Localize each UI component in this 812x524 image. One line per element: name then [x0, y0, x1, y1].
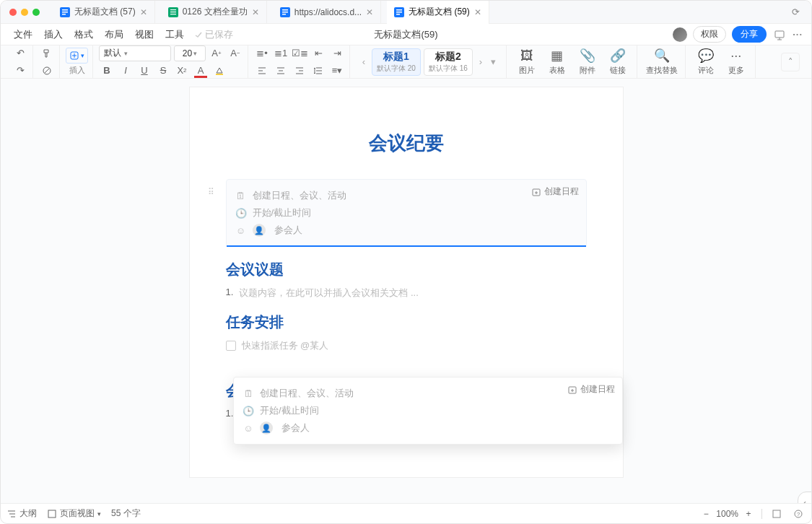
insert-image-button[interactable]: 🖼图片 — [512, 48, 541, 76]
style-heading2[interactable]: 标题2 默认字体 16 — [424, 48, 473, 76]
undo-button[interactable]: ↶ — [12, 45, 28, 61]
insert-link-button[interactable]: 🔗链接 — [603, 48, 632, 76]
menu-insert[interactable]: 插入 — [40, 27, 67, 43]
create-schedule-button[interactable]: 创建日程 — [567, 383, 615, 396]
style-title: 标题1 — [377, 51, 416, 64]
floating-meeting-card[interactable]: 创建日程 🗓创建日程、会议、活动 🕒开始/截止时间 ☺👤参会人 — [233, 377, 623, 445]
font-size-select[interactable]: 20 ▾ — [174, 45, 206, 61]
menu-layout[interactable]: 布局 — [100, 27, 128, 43]
chevron-down-icon: ▾ — [193, 50, 197, 57]
card-text[interactable]: 创建日程、会议、活动 — [253, 189, 346, 202]
card-text[interactable]: 创建日程、会议、活动 — [260, 387, 354, 400]
word-count[interactable]: 55 个字 — [111, 507, 141, 520]
tab-sheet-0126[interactable]: 0126 文档全量功 ✕ — [161, 1, 267, 24]
agenda-item[interactable]: 1. 议题内容，在此可以并插入会议相关文档 ... — [226, 287, 587, 300]
menu-format[interactable]: 格式 — [70, 27, 97, 43]
svg-rect-14 — [396, 12, 402, 13]
zoom-out-button[interactable]: − — [700, 508, 712, 520]
card-text[interactable]: 参会人 — [281, 422, 310, 435]
font-select[interactable]: 默认 ▾ — [99, 45, 171, 61]
paragraph-spacing-button[interactable]: ≡▾ — [329, 63, 345, 79]
indent-increase-button[interactable]: ⇥ — [329, 45, 345, 61]
insert-attachment-button[interactable]: 📎附件 — [573, 48, 602, 76]
avatar[interactable] — [673, 27, 687, 42]
menu-view[interactable]: 视图 — [131, 27, 158, 43]
checklist-button[interactable]: ☑≣ — [292, 45, 307, 61]
menu-file[interactable]: 文件 — [9, 27, 37, 43]
agenda-placeholder[interactable]: 议题内容，在此可以并插入会议相关文档 ... — [239, 287, 418, 300]
decrease-font-button[interactable]: A− — [227, 45, 243, 61]
outline-toggle[interactable]: 大纲 — [6, 507, 37, 520]
align-left-button[interactable] — [254, 63, 270, 79]
heading-agenda[interactable]: 会议议题 — [226, 260, 587, 279]
align-right-button[interactable] — [292, 63, 307, 79]
more-tools-button[interactable]: ···更多 — [722, 48, 751, 76]
scroll-left-button[interactable]: ‹ — [359, 49, 369, 75]
scroll-right-button[interactable]: › — [476, 49, 486, 75]
indent-decrease-button[interactable]: ⇤ — [310, 45, 326, 61]
fullscreen-icon[interactable] — [769, 507, 784, 521]
close-window-button[interactable] — [9, 9, 17, 16]
help-icon[interactable]: ? — [791, 507, 806, 521]
tab-label: https://alidocs.d... — [294, 7, 362, 17]
card-text[interactable]: 参会人 — [274, 224, 302, 237]
italic-button[interactable]: I — [118, 63, 134, 79]
drag-handle-icon[interactable]: ⠿ — [208, 187, 214, 197]
permission-button[interactable]: 权限 — [693, 26, 726, 43]
increase-font-button[interactable]: A+ — [209, 45, 224, 61]
align-center-button[interactable] — [273, 63, 289, 79]
collapse-toolbar-button[interactable]: ˄ — [781, 53, 800, 71]
present-icon[interactable] — [772, 27, 787, 42]
redo-button[interactable]: ↷ — [12, 63, 28, 79]
task-placeholder[interactable]: 快速指派任务 @某人 — [242, 339, 329, 352]
comment-button[interactable]: 💬评论 — [691, 48, 720, 76]
close-tab-icon[interactable]: ✕ — [474, 7, 481, 17]
tab-doc-57[interactable]: 无标题文档 (57) ✕ — [53, 1, 155, 24]
underline-button[interactable]: U — [136, 63, 152, 79]
image-icon: 🖼 — [520, 48, 533, 64]
create-schedule-button[interactable]: 创建日程 — [531, 185, 579, 198]
find-replace-button[interactable]: 🔍查找替换 — [643, 48, 681, 76]
format-painter-icon[interactable] — [39, 45, 55, 61]
checkbox[interactable] — [226, 341, 236, 351]
document-title[interactable]: 无标题文档(59) — [374, 28, 437, 41]
more-menu[interactable]: ··· — [793, 29, 803, 40]
close-tab-icon[interactable]: ✕ — [366, 7, 373, 17]
font-color-button[interactable]: A — [193, 63, 209, 79]
line-spacing-button[interactable] — [310, 63, 326, 79]
card-text[interactable]: 开始/截止时间 — [253, 206, 312, 219]
tab-doc-59[interactable]: 无标题文档 (59) ✕ — [387, 1, 489, 24]
zoom-in-button[interactable]: + — [743, 508, 754, 520]
numbered-list-button[interactable]: ≣1 — [273, 45, 289, 61]
meeting-card[interactable]: ⠿ 创建日程 🗓创建日程、会议、活动 🕒开始/截止时间 ☺👤参会人 — [226, 179, 587, 247]
card-text[interactable]: 开始/截止时间 — [260, 404, 319, 417]
close-tab-icon[interactable]: ✕ — [140, 7, 147, 17]
doc-title[interactable]: 会议纪要 — [226, 131, 587, 156]
highlight-color-button[interactable] — [211, 63, 227, 79]
style-sub: 默认字体 16 — [429, 64, 468, 74]
insert-dropdown[interactable]: ▾ — [66, 48, 88, 64]
superscript-button[interactable]: X2 — [174, 63, 190, 79]
minimize-window-button[interactable] — [21, 9, 28, 16]
style-expand-button[interactable]: ▾ — [489, 49, 499, 75]
bulleted-list-button[interactable]: ≣• — [254, 45, 270, 61]
style-heading1[interactable]: 标题1 默认字体 20 — [372, 48, 421, 76]
page-view-toggle[interactable]: 页面视图▾ — [47, 507, 101, 520]
close-tab-icon[interactable]: ✕ — [252, 7, 259, 17]
strike-button[interactable]: S — [155, 63, 171, 79]
share-button[interactable]: 分享 — [732, 26, 767, 43]
tab-label: 无标题文档 (57) — [74, 6, 136, 18]
reload-icon[interactable]: ⟳ — [788, 5, 803, 19]
clear-format-icon[interactable] — [39, 63, 55, 79]
insert-table-button[interactable]: ▦表格 — [543, 48, 572, 76]
cloud-check-icon — [194, 30, 203, 39]
menu-tools[interactable]: 工具 — [161, 27, 188, 43]
heading-tasks[interactable]: 任务安排 — [226, 313, 587, 332]
create-schedule-label: 创建日程 — [580, 383, 615, 396]
bold-button[interactable]: B — [99, 63, 115, 79]
side-panel-toggle[interactable]: ‹ — [798, 492, 811, 503]
maximize-window-button[interactable] — [32, 9, 40, 16]
tab-url[interactable]: https://alidocs.d... ✕ — [273, 1, 381, 24]
task-item[interactable]: 快速指派任务 @某人 — [226, 339, 587, 352]
style-scroller: ‹ 标题1 默认字体 20 标题2 默认字体 16 › ▾ — [356, 48, 502, 76]
